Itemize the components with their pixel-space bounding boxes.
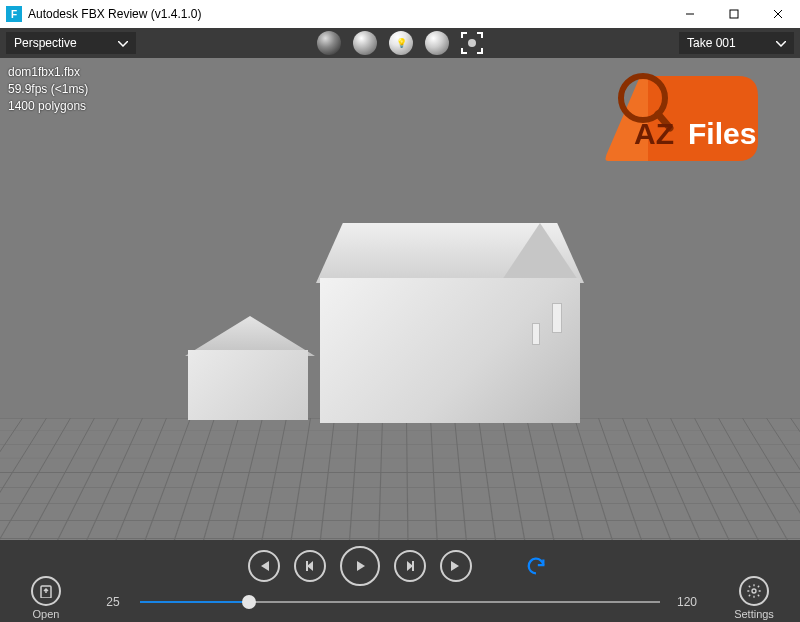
playback-controls [18,546,782,586]
open-button[interactable] [31,576,61,606]
next-frame-button[interactable] [394,550,426,582]
svg-point-7 [752,589,756,593]
window-title: Autodesk FBX Review (v1.4.1.0) [28,7,668,21]
window-controls [668,0,800,28]
timeline-thumb[interactable] [242,595,256,609]
maximize-button[interactable] [712,0,756,28]
title-bar: F Autodesk FBX Review (v1.4.1.0) [0,0,800,28]
prev-frame-button[interactable] [294,550,326,582]
settings-label: Settings [734,608,774,620]
viewport-scene [0,58,800,540]
open-button-group: Open [18,576,74,620]
view-mode-dropdown[interactable]: Perspective [6,32,136,54]
app-icon: F [6,6,22,22]
loop-button[interactable] [520,550,552,582]
svg-rect-1 [730,10,738,18]
shading-wireframe-icon[interactable] [425,31,449,55]
bottom-bar: Open 25 120 Settings [0,540,800,622]
chevron-down-icon [776,36,786,50]
top-toolbar: Perspective 💡 Take 001 [0,28,800,58]
take-dropdown[interactable]: Take 001 [679,32,794,54]
model-house-large [320,223,580,423]
close-button[interactable] [756,0,800,28]
settings-button[interactable] [739,576,769,606]
timeline-fill [140,601,249,603]
take-label: Take 001 [687,36,736,50]
first-frame-button[interactable] [248,550,280,582]
shading-smooth-icon[interactable] [317,31,341,55]
chevron-down-icon [118,36,128,50]
frame-selection-icon[interactable] [461,32,483,54]
open-label: Open [33,608,60,620]
grid-floor [0,418,800,540]
shading-lit-icon[interactable]: 💡 [389,31,413,55]
shading-flat-icon[interactable] [353,31,377,55]
timeline-slider[interactable] [140,601,660,603]
viewport-3d[interactable]: dom1fbx1.fbx 59.9fps (<1ms) 1400 polygon… [0,58,800,540]
minimize-button[interactable] [668,0,712,28]
shading-mode-group: 💡 [317,31,483,55]
last-frame-button[interactable] [440,550,472,582]
view-mode-label: Perspective [14,36,77,50]
end-frame-label: 120 [672,595,702,609]
settings-button-group: Settings [726,576,782,620]
play-button[interactable] [340,546,380,586]
current-frame-label: 25 [98,595,128,609]
